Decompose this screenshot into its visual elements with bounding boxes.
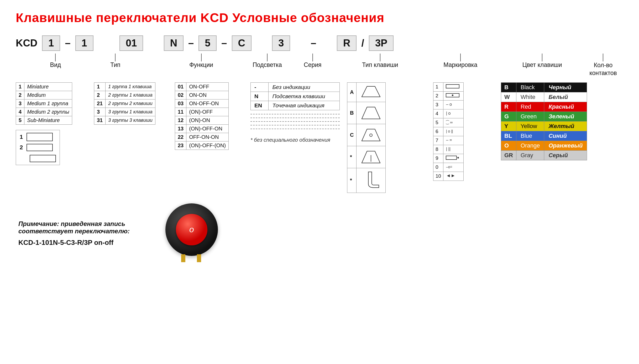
vid-section: 1Miniature2Medium3Medium 1 группа4Medium… xyxy=(16,82,87,165)
lighting-table: -Без индикацииNПодсветка клавишиENТочечн… xyxy=(250,82,340,110)
label-vid: Вид xyxy=(50,61,61,68)
table-row: 6 | o || xyxy=(433,127,464,136)
svg-text:–o=: –o= xyxy=(446,165,452,169)
table-row: 313 группы 3 клавиши xyxy=(94,116,155,124)
table-row: 12(ON)-ON xyxy=(175,116,229,124)
svg-marker-0 xyxy=(362,86,380,97)
label-tip: Тип xyxy=(110,61,120,68)
table-row: 1Miniature xyxy=(16,82,72,91)
svg-point-8 xyxy=(370,134,372,136)
label-funkcii: Функции xyxy=(189,61,213,68)
svg-text:⁐ ∞: ⁐ ∞ xyxy=(446,120,453,124)
table-row: B Black Черный xyxy=(501,82,587,92)
tip-table: 11 группа 1 клавиша22 группы 1 клавиша21… xyxy=(94,82,155,125)
table-row: 02ON-ON xyxy=(175,91,229,99)
code-box-2: 1 xyxy=(75,35,93,51)
svg-text:| ||: | || xyxy=(446,147,451,151)
table-row: 2 xyxy=(433,91,464,100)
table-row: 33 группы 1 клавиша xyxy=(94,108,155,116)
marker-table: 1 2 3 – o 4 | o 5 ⁐ ∞ xyxy=(433,82,464,181)
table-row: BL Blue Синий xyxy=(501,131,587,141)
code-box-9: 3P xyxy=(369,35,394,51)
svg-marker-5 xyxy=(362,129,380,141)
table-row: 23(ON)-OFF-(ON) xyxy=(175,141,229,150)
switch-illustration: o xyxy=(165,203,221,264)
svg-text:– o: – o xyxy=(446,102,452,107)
code-box-6: C xyxy=(232,35,252,51)
code-prefix: KCD xyxy=(16,38,37,49)
vid-table: 1Miniature2Medium3Medium 1 группа4Medium… xyxy=(16,82,72,125)
label-markirovka: Маркировка xyxy=(443,61,477,68)
table-row: G Green Зеленый xyxy=(501,112,587,121)
table-row: GR Gray Серый xyxy=(501,150,587,160)
table-row: 22 группы 1 клавиша xyxy=(94,91,155,99)
table-row: 2Medium xyxy=(16,91,72,99)
table-row: W White Белый xyxy=(501,92,587,102)
svg-text:| o ||: | o || xyxy=(446,129,453,133)
code-dash-1: – xyxy=(65,38,70,49)
table-row: B xyxy=(347,102,386,124)
label-kol: Кол-воконтактов xyxy=(589,61,617,77)
table-row: R Red Красный xyxy=(501,102,587,112)
svg-rect-22 xyxy=(446,156,457,160)
table-row: 01ON-OFF xyxy=(175,82,229,91)
note-label: Примечание: приведенная запись соответст… xyxy=(18,220,150,235)
code-dash-2: – xyxy=(188,38,194,49)
table-row: C xyxy=(347,124,386,146)
table-row: * xyxy=(347,146,386,168)
table-row: 10 ◄► xyxy=(433,172,464,181)
code-box-4: N xyxy=(164,35,184,51)
table-row: NПодсветка клавиши xyxy=(251,92,340,101)
note-text: * без специального обозначения xyxy=(250,137,340,143)
lighting-section: -Без индикацииNПодсветка клавишиENТочечн… xyxy=(250,82,340,143)
label-tip-klavishi: Тип клавиши xyxy=(362,61,398,68)
table-row: 7 – = xyxy=(433,136,464,145)
key-diag-1: 1 xyxy=(20,133,56,141)
table-row: 11(ON)-OFF xyxy=(175,108,229,116)
code-box-1: 1 xyxy=(42,35,60,51)
tip-section: 11 группа 1 клавиша22 группы 1 клавиша21… xyxy=(94,82,167,125)
svg-text:◄►: ◄► xyxy=(446,173,455,178)
table-row: 3 – o xyxy=(433,100,464,109)
svg-rect-13 xyxy=(446,85,459,88)
color-table: B Black Черный W White Белый R Red Красн… xyxy=(501,82,587,160)
table-row: 1 xyxy=(433,82,464,91)
table-row: 0 –o= xyxy=(433,163,464,172)
key-type-table: A B xyxy=(347,82,386,193)
table-row: 4 | o xyxy=(433,109,464,118)
table-row: -Без индикации xyxy=(251,82,340,92)
table-row: ENТочечная индикация xyxy=(251,101,340,110)
svg-text:– =: – = xyxy=(446,138,452,142)
example-code: KCD-1-101N-5-C3-R/3P on-off xyxy=(18,239,150,247)
label-tsvet: Цвет клавиши xyxy=(522,61,562,68)
table-row: 3Medium 1 группа xyxy=(16,99,72,108)
table-row: 8 | || xyxy=(433,145,464,154)
table-row: A xyxy=(347,82,386,102)
code-box-8: R xyxy=(337,35,357,51)
code-line: KCD 1 – 1 01 N – 5 – C 3 – R / 3P xyxy=(16,35,623,51)
svg-point-23 xyxy=(457,157,459,159)
table-row: O Orange Оранжевый xyxy=(501,141,587,150)
main-title: Клавишные переключатели KCD Условные обо… xyxy=(16,10,623,25)
key-type-section: A B xyxy=(347,82,426,193)
key-diag-2: 2 xyxy=(20,144,56,162)
bottom-section: Примечание: приведенная запись соответст… xyxy=(16,203,623,264)
table-row: Y Yellow Желтый xyxy=(501,121,587,131)
table-row: * xyxy=(347,168,386,193)
content-area: 1Miniature2Medium3Medium 1 группа4Medium… xyxy=(16,82,623,193)
svg-point-15 xyxy=(452,94,453,96)
code-box-5: 5 xyxy=(198,35,217,51)
code-box-3: 01 xyxy=(119,35,143,51)
label-seriya: Серия xyxy=(304,61,322,68)
table-row: 11 группа 1 клавиша xyxy=(94,82,155,91)
table-row: 5 ⁐ ∞ xyxy=(433,118,464,127)
table-row: 03ON-OFF-ON xyxy=(175,99,229,108)
color-section: B Black Черный W White Белый R Red Красн… xyxy=(501,82,601,160)
code-slash: / xyxy=(361,38,364,49)
table-row: 22OFF-ON-ON xyxy=(175,133,229,141)
marker-section: 1 2 3 – o 4 | o 5 ⁐ ∞ xyxy=(433,82,494,181)
labels-row: Вид Тип Функции Подсветка Серия Тип клав… xyxy=(16,54,623,77)
svg-marker-2 xyxy=(362,107,380,119)
code-box-7: 3 xyxy=(272,35,290,51)
table-row: 4Medium 2 группы xyxy=(16,108,72,116)
